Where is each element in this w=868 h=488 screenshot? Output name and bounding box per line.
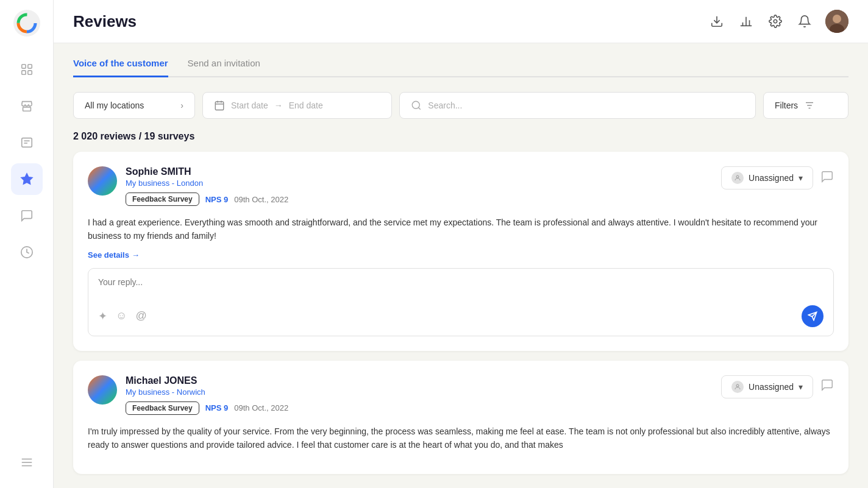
content-area: Voice of the customer Send an invitation… [54, 43, 868, 488]
search-placeholder: Search... [428, 101, 462, 110]
sidebar-item-messages[interactable] [11, 200, 43, 232]
review-text-2: I'm truly impressed by the quality of yo… [88, 425, 834, 452]
filters-row: All my locations › Start date → End date… [73, 92, 848, 119]
see-details-1[interactable]: See details → [88, 250, 834, 260]
page-header: Reviews [54, 0, 868, 43]
chevron-right-icon: › [180, 101, 183, 110]
svg-rect-9 [21, 138, 32, 147]
message-icon-1[interactable] [820, 170, 834, 186]
reviewer-tags-1: Feedback Survey NPS 9 09th Oct., 2022 [126, 193, 288, 206]
sidebar-item-store[interactable] [11, 90, 43, 122]
nps-tag-2: NPS 9 [205, 403, 229, 412]
review-header-1: Sophie SMITH My business - London Feedba… [88, 166, 834, 206]
emoji-icon[interactable]: ☺ [116, 309, 127, 323]
sidebar-item-star[interactable] [11, 163, 43, 195]
svg-line-30 [419, 107, 421, 109]
chart-icon[interactable] [738, 13, 755, 30]
end-date-label: End date [289, 101, 323, 110]
unassigned-button-1[interactable]: Unassigned ▾ [721, 166, 813, 189]
reviewer-details-2: Michael JONES My business - Norwich Feed… [126, 375, 288, 415]
review-card-1: Sophie SMITH My business - London Feedba… [73, 152, 848, 351]
reviewer-avatar-1 [88, 166, 117, 196]
filters-button[interactable]: Filters [763, 92, 848, 119]
review-date-2: 09th Oct., 2022 [234, 403, 288, 412]
svg-point-21 [774, 19, 777, 23]
header-actions [708, 10, 848, 33]
sidebar-item-dashboard[interactable] [11, 54, 43, 85]
unassigned-avatar-icon-2 [731, 381, 744, 393]
tabs-container: Voice of the customer Send an invitation [73, 58, 848, 77]
sidebar [0, 0, 54, 488]
reviews-stats: 2 020 reviews / 19 surveys [73, 131, 848, 142]
filters-label: Filters [775, 101, 798, 110]
unassigned-avatar-icon-1 [731, 172, 744, 184]
review-actions-2: Unassigned ▾ [721, 375, 834, 398]
message-icon-2[interactable] [820, 378, 834, 395]
review-header-2: Michael JONES My business - Norwich Feed… [88, 375, 834, 415]
unassigned-label-1: Unassigned [749, 173, 794, 183]
reviewer-location-2: My business - Norwich [126, 387, 288, 397]
reviewer-avatar-2 [88, 375, 117, 405]
svg-rect-25 [215, 102, 224, 110]
tab-send-invitation[interactable]: Send an invitation [188, 58, 260, 77]
unassigned-chevron-1: ▾ [799, 173, 803, 183]
feedback-tag-2: Feedback Survey [126, 401, 199, 415]
download-icon[interactable] [708, 13, 725, 30]
bell-icon[interactable] [796, 13, 813, 30]
svg-rect-6 [21, 71, 25, 74]
page-title: Reviews [73, 12, 137, 31]
review-actions-1: Unassigned ▾ [721, 166, 834, 189]
filter-icon [804, 100, 815, 111]
svg-rect-4 [21, 65, 25, 68]
reviewer-info-1: Sophie SMITH My business - London Feedba… [88, 166, 288, 206]
reply-toolbar-1: ✦ ☺ @ [98, 305, 824, 327]
date-arrow: → [274, 101, 283, 110]
reply-tools-1: ✦ ☺ @ [98, 309, 147, 323]
feedback-tag-1: Feedback Survey [126, 193, 199, 206]
search-icon [411, 100, 422, 111]
reviewer-info-2: Michael JONES My business - Norwich Feed… [88, 375, 288, 415]
reviewer-location-1: My business - London [126, 179, 288, 188]
unassigned-label-2: Unassigned [749, 382, 794, 392]
calendar-icon [214, 100, 225, 111]
app-logo[interactable] [13, 10, 40, 37]
svg-rect-5 [27, 65, 31, 68]
start-date-label: Start date [231, 101, 268, 110]
reviewer-details-1: Sophie SMITH My business - London Feedba… [126, 166, 288, 206]
sidebar-item-reviews[interactable] [11, 127, 43, 158]
tab-voice-of-customer[interactable]: Voice of the customer [73, 58, 168, 77]
main-content: Reviews [54, 0, 868, 488]
user-avatar[interactable] [825, 10, 848, 33]
review-date-1: 09th Oct., 2022 [234, 195, 288, 204]
date-range-filter[interactable]: Start date → End date [202, 92, 392, 119]
locations-filter[interactable]: All my locations › [73, 92, 195, 119]
send-button-1[interactable] [802, 305, 824, 327]
sparkle-icon[interactable]: ✦ [98, 309, 107, 323]
svg-point-34 [736, 175, 739, 178]
unassigned-chevron-2: ▾ [799, 382, 803, 392]
svg-rect-8 [23, 107, 30, 111]
review-card-2: Michael JONES My business - Norwich Feed… [73, 361, 848, 474]
svg-point-29 [413, 101, 420, 108]
reviewer-tags-2: Feedback Survey NPS 9 09th Oct., 2022 [126, 401, 288, 415]
reviewer-name-1: Sophie SMITH [126, 166, 288, 177]
search-filter[interactable]: Search... [399, 92, 756, 119]
sidebar-item-menu[interactable] [11, 447, 43, 478]
svg-rect-7 [27, 71, 31, 74]
locations-label: All my locations [85, 101, 144, 110]
unassigned-button-2[interactable]: Unassigned ▾ [721, 375, 813, 398]
sidebar-item-analytics[interactable] [11, 236, 43, 268]
settings-icon[interactable] [767, 13, 784, 30]
reviewer-name-2: Michael JONES [126, 375, 288, 386]
review-text-1: I had a great experience. Everything was… [88, 216, 834, 243]
svg-point-37 [736, 384, 739, 387]
svg-point-23 [833, 15, 841, 23]
reply-box-1: ✦ ☺ @ [88, 268, 834, 336]
mention-icon[interactable]: @ [135, 309, 146, 323]
nps-tag-1: NPS 9 [205, 195, 229, 204]
reply-input-1[interactable] [98, 277, 824, 297]
